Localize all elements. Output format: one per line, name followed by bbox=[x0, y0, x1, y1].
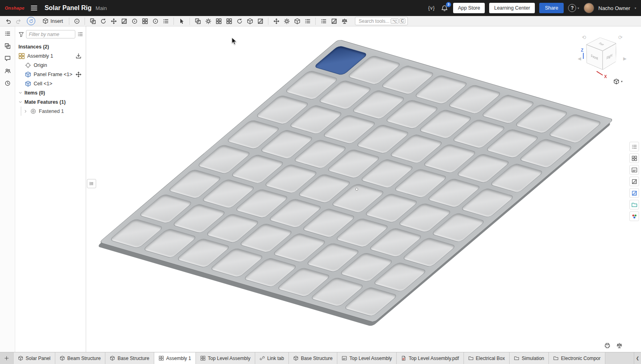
tab-solar-panel[interactable]: Solar Panel bbox=[14, 352, 55, 364]
tab-base-structure[interactable]: Base Structure bbox=[289, 352, 337, 364]
view-options-button[interactable]: ▾ bbox=[613, 78, 623, 84]
display-states-icon[interactable] bbox=[292, 16, 302, 26]
learning-center-button[interactable]: Learning Center bbox=[489, 3, 535, 13]
display-states-panel-icon[interactable] bbox=[629, 188, 639, 198]
onshape-logo[interactable]: Onshape bbox=[5, 6, 24, 10]
tab-base-structure[interactable]: Base Structure bbox=[105, 352, 154, 364]
select-tool-icon[interactable] bbox=[177, 16, 187, 26]
print-icon[interactable] bbox=[604, 342, 611, 349]
user-name[interactable]: Nacho Owner bbox=[599, 5, 630, 11]
tab-assembly-1[interactable]: Assembly 1 bbox=[154, 352, 196, 364]
slider-mate-icon[interactable] bbox=[109, 16, 119, 26]
roll-cw-icon[interactable]: ⟳ bbox=[618, 34, 623, 40]
help-menu[interactable]: ? ▾ bbox=[568, 4, 579, 12]
origin-point[interactable] bbox=[355, 188, 358, 191]
exploded-view-icon[interactable] bbox=[271, 16, 281, 26]
share-button[interactable]: Share bbox=[539, 3, 564, 13]
rotate-left-icon[interactable]: ◀ bbox=[578, 56, 581, 61]
tab-electrical-box[interactable]: Electrical Box bbox=[464, 352, 510, 364]
fastened-mate-icon bbox=[30, 108, 36, 115]
tree-item-assembly[interactable]: Assembly 1 bbox=[15, 51, 86, 60]
replicate-icon[interactable] bbox=[214, 16, 224, 26]
mate-relations-icon[interactable] bbox=[203, 16, 213, 26]
tool-search-input[interactable] bbox=[359, 18, 390, 24]
create-tab-button[interactable] bbox=[0, 352, 14, 364]
insert-button[interactable]: Insert bbox=[39, 16, 67, 26]
feature-list-icon[interactable] bbox=[4, 30, 11, 37]
standard-content-icon[interactable] bbox=[245, 16, 255, 26]
collaborators-icon[interactable] bbox=[4, 68, 11, 74]
bom-table-panel-icon[interactable] bbox=[629, 153, 639, 163]
mate-features-header[interactable]: Mate Features (1) bbox=[15, 97, 86, 107]
x-axis-label: X bbox=[604, 74, 607, 79]
appearance-panel-icon[interactable] bbox=[629, 211, 639, 221]
mouse-cursor bbox=[232, 37, 237, 45]
parallel-mate-icon[interactable] bbox=[161, 16, 171, 26]
planar-mate-icon[interactable] bbox=[119, 16, 129, 26]
roll-ccw-icon[interactable]: ⟲ bbox=[582, 34, 586, 40]
history-icon[interactable] bbox=[4, 80, 11, 86]
cylindrical-mate-icon[interactable] bbox=[129, 16, 139, 26]
chevron-right-icon[interactable] bbox=[24, 109, 28, 113]
chevron-down-icon bbox=[18, 91, 22, 95]
mass-properties-icon[interactable] bbox=[616, 342, 623, 349]
tree-item-fastened[interactable]: Fastened 1 bbox=[15, 107, 86, 116]
user-menu-caret-icon[interactable]: ▾ bbox=[635, 6, 636, 10]
linear-pattern-icon[interactable] bbox=[224, 16, 234, 26]
mate-connector-icon[interactable] bbox=[72, 16, 82, 26]
avatar[interactable] bbox=[584, 3, 594, 13]
pin-slot-mate-icon[interactable] bbox=[140, 16, 150, 26]
list-options-icon[interactable] bbox=[77, 31, 83, 37]
hamburger-menu-icon[interactable] bbox=[29, 4, 39, 12]
cut-list-panel-icon[interactable] bbox=[629, 165, 639, 175]
help-icon[interactable]: ? bbox=[568, 4, 576, 12]
fastened-mate-icon[interactable] bbox=[88, 16, 98, 26]
undo-icon[interactable] bbox=[3, 16, 13, 26]
circular-pattern-icon[interactable] bbox=[234, 16, 244, 26]
tab-electronic-compor[interactable]: Electronic Compor bbox=[549, 352, 605, 364]
collapse-panel-button[interactable] bbox=[87, 179, 96, 188]
notifications-bell-icon[interactable]: 3 bbox=[440, 4, 449, 12]
tree-item-cell[interactable]: Cell <1> bbox=[15, 79, 86, 88]
items-header[interactable]: Items (0) bbox=[15, 88, 86, 97]
app-store-button[interactable]: App Store bbox=[453, 3, 485, 13]
tree-item-origin[interactable]: Origin bbox=[15, 60, 86, 70]
tab-beam-structure[interactable]: Beam Structure bbox=[55, 352, 105, 364]
comments-icon[interactable] bbox=[4, 55, 11, 62]
mate-state-icon[interactable] bbox=[75, 71, 82, 78]
tab-top-level-assembly-pdf[interactable]: Top Level Assembly.pdf bbox=[397, 352, 464, 364]
mass-properties-icon[interactable] bbox=[339, 16, 349, 26]
tab-scroll-left-icon[interactable]: ❮ bbox=[634, 352, 641, 364]
named-positions-icon[interactable] bbox=[282, 16, 292, 26]
parts-panel-icon[interactable] bbox=[4, 43, 11, 49]
document-panel-icon[interactable] bbox=[629, 142, 639, 151]
view-cube-body[interactable]: Top Front Right bbox=[593, 41, 610, 66]
tool-search[interactable]: ⌥ C bbox=[355, 17, 408, 25]
tab-top-level-assembly[interactable]: Top Level Assembly bbox=[196, 352, 255, 364]
orbit-mode-icon[interactable] bbox=[27, 17, 35, 25]
measure-icon[interactable] bbox=[329, 16, 339, 26]
workspace-name[interactable]: Main bbox=[96, 5, 107, 11]
revolute-mate-icon[interactable] bbox=[98, 16, 108, 26]
toolbar-separator bbox=[69, 18, 69, 25]
rotate-right-icon[interactable]: ▶ bbox=[623, 56, 627, 61]
ball-mate-icon[interactable] bbox=[150, 16, 160, 26]
tab-top-level-assembly[interactable]: Top Level Assembly bbox=[337, 352, 397, 364]
viewport-3d[interactable]: ◀ ▶ ⟲ ⟳ Top Front Right Z X ▾ bbox=[86, 26, 641, 352]
insert-instance-icon[interactable] bbox=[75, 53, 82, 59]
solar-panel-frame[interactable] bbox=[99, 39, 614, 323]
tab-link-tab[interactable]: Link tab bbox=[255, 352, 289, 364]
bom-table-icon[interactable] bbox=[318, 16, 329, 26]
group-icon[interactable] bbox=[193, 16, 203, 26]
insert-cube-icon bbox=[42, 18, 48, 24]
tree-item-panel-frame[interactable]: Panel Frame <1> bbox=[15, 70, 86, 79]
version-manager-icon[interactable]: {v} bbox=[427, 4, 436, 12]
section-view-icon[interactable] bbox=[255, 16, 265, 26]
named-views-panel-icon[interactable] bbox=[629, 177, 639, 186]
sheet-metal-panel-icon[interactable] bbox=[629, 200, 639, 209]
tab-simulation[interactable]: Simulation bbox=[510, 352, 549, 364]
redo-icon[interactable] bbox=[13, 16, 23, 26]
tree-guide-line bbox=[21, 107, 21, 116]
configurations-icon[interactable] bbox=[302, 16, 312, 26]
filter-input[interactable] bbox=[26, 30, 75, 38]
